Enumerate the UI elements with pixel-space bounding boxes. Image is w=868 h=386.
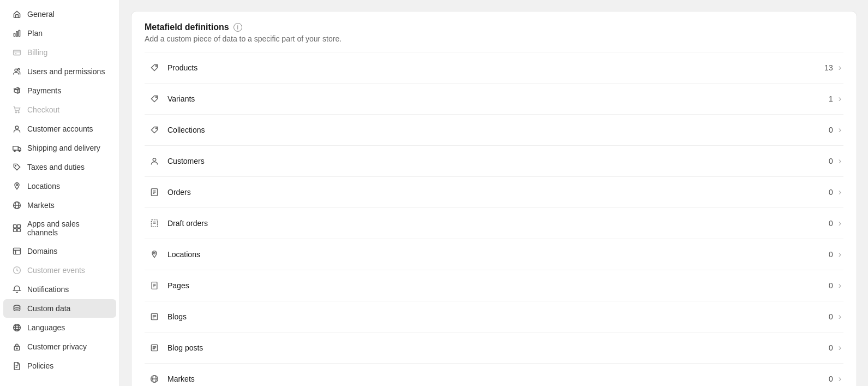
metafield-rows-container: Products 13 › Variants 1 › Collections 0… (145, 52, 843, 386)
sidebar-item-plan[interactable]: Plan (3, 24, 116, 43)
metafield-row-blogs[interactable]: Blogs 0 › (145, 301, 843, 332)
metafield-title: Metafield definitions (145, 22, 229, 32)
truck-icon (12, 143, 22, 153)
row-count-blogs: 0 (822, 312, 833, 321)
sidebar-item-languages[interactable]: Languages (3, 318, 116, 337)
metafield-row-customers[interactable]: Customers 0 › (145, 145, 843, 176)
row-label-variants: Variants (167, 94, 822, 103)
sidebar-item-label-languages: Languages (27, 323, 65, 332)
events-icon (12, 265, 22, 275)
draft-orders-icon (147, 216, 162, 231)
row-chevron-orders: › (839, 188, 841, 197)
sidebar-item-label-general: General (27, 10, 55, 19)
sidebar-item-apps-and-sales-channels[interactable]: Apps and sales channels (3, 215, 116, 241)
sidebar-item-notifications[interactable]: Notifications (3, 280, 116, 299)
sidebar-item-label-markets: Markets (27, 201, 55, 210)
metafield-info-icon[interactable]: i (234, 23, 242, 32)
row-count-customers: 0 (822, 157, 833, 165)
blog-post-icon (147, 340, 162, 355)
metafield-row-variants[interactable]: Variants 1 › (145, 83, 843, 114)
tag-label-icon (147, 60, 162, 75)
row-chevron-collections: › (839, 126, 841, 134)
credit-card-icon (12, 47, 22, 57)
row-label-orders: Orders (167, 188, 822, 197)
svg-point-49 (153, 252, 155, 254)
sidebar-item-label-customer-privacy: Customer privacy (27, 342, 87, 351)
sidebar-item-domains[interactable]: Domains (3, 242, 116, 260)
apps-icon (12, 223, 22, 233)
sidebar-item-customer-accounts[interactable]: Customer accounts (3, 120, 116, 138)
sidebar-item-label-payments: Payments (27, 86, 61, 95)
row-label-collections: Collections (167, 126, 822, 134)
sidebar-item-users-and-permissions[interactable]: Users and permissions (3, 62, 116, 81)
lock-icon (12, 342, 22, 352)
sidebar: General Plan Billing Users and permissio… (0, 0, 120, 386)
sidebar-item-label-billing: Billing (27, 48, 47, 57)
row-count-draft-orders: 0 (822, 219, 833, 228)
sidebar-item-policies[interactable]: Policies (3, 357, 116, 375)
row-label-locations: Locations (167, 250, 822, 259)
metafield-subtitle: Add a custom piece of data to a specific… (145, 34, 843, 43)
sidebar-item-general[interactable]: General (3, 5, 116, 23)
sidebar-item-custom-data[interactable]: Custom data (3, 299, 116, 318)
metafield-row-markets[interactable]: Markets 0 › (145, 363, 843, 386)
svg-rect-20 (14, 225, 17, 228)
row-label-pages: Pages (167, 281, 822, 290)
svg-point-38 (155, 66, 157, 67)
metafield-row-draft-orders[interactable]: Draft orders 0 › (145, 207, 843, 239)
person-icon (12, 124, 22, 134)
svg-point-14 (19, 150, 20, 151)
sidebar-item-label-customer-events: Customer events (27, 266, 85, 275)
row-chevron-locations: › (839, 250, 841, 259)
sidebar-item-label-plan: Plan (27, 29, 43, 38)
metafield-row-orders[interactable]: Orders 0 › (145, 176, 843, 207)
metafield-definitions-card: Metafield definitions i Add a custom pie… (131, 11, 857, 386)
row-chevron-blogs: › (839, 312, 841, 321)
metafield-row-collections[interactable]: Collections 0 › (145, 114, 843, 145)
row-chevron-draft-orders: › (839, 219, 841, 228)
bell-icon (12, 284, 22, 294)
metafield-row-locations[interactable]: Locations 0 › (145, 239, 843, 270)
sidebar-item-label-taxes-and-duties: Taxes and duties (27, 163, 85, 171)
svg-point-15 (15, 165, 16, 167)
row-count-products: 13 (822, 63, 833, 72)
tag-icon (12, 162, 22, 172)
row-label-markets: Markets (167, 375, 822, 383)
svg-point-8 (18, 68, 20, 70)
sidebar-item-label-checkout: Checkout (27, 105, 59, 114)
domain-icon (12, 246, 22, 256)
sidebar-item-customer-events: Customer events (3, 261, 116, 280)
sidebar-item-payments[interactable]: Payments (3, 81, 116, 100)
row-count-variants: 1 (822, 94, 833, 103)
sidebar-item-billing: Billing (3, 43, 116, 62)
svg-rect-3 (19, 30, 20, 36)
sidebar-item-label-domains: Domains (27, 247, 57, 256)
sidebar-item-label-users-and-permissions: Users and permissions (27, 67, 105, 76)
row-count-collections: 0 (822, 126, 833, 134)
row-label-customers: Customers (167, 157, 822, 165)
sidebar-item-shipping-and-delivery[interactable]: Shipping and delivery (3, 139, 116, 157)
svg-rect-2 (16, 32, 17, 37)
pin-icon (12, 181, 22, 191)
sidebar-item-label-notifications: Notifications (27, 285, 69, 294)
orders-icon (147, 185, 162, 200)
row-count-locations: 0 (822, 250, 833, 259)
blog-icon (147, 309, 162, 324)
svg-point-41 (153, 158, 156, 162)
sidebar-item-markets[interactable]: Markets (3, 196, 116, 215)
tag-label-icon (147, 91, 162, 106)
svg-point-28 (14, 305, 20, 307)
row-chevron-pages: › (839, 281, 841, 290)
cart-icon (12, 105, 22, 115)
row-label-products: Products (167, 63, 822, 72)
sidebar-item-taxes-and-duties[interactable]: Taxes and duties (3, 158, 116, 176)
sidebar-item-locations[interactable]: Locations (3, 177, 116, 195)
metafield-row-pages[interactable]: Pages 0 › (145, 270, 843, 301)
sidebar-item-customer-privacy[interactable]: Customer privacy (3, 337, 116, 356)
metafield-row-products[interactable]: Products 13 › (145, 52, 843, 83)
sidebar-item-label-shipping-and-delivery: Shipping and delivery (27, 144, 100, 152)
metafield-row-blog-posts[interactable]: Blog posts 0 › (145, 332, 843, 363)
svg-point-10 (18, 112, 19, 113)
row-chevron-variants: › (839, 94, 841, 103)
payment-icon (12, 86, 22, 96)
